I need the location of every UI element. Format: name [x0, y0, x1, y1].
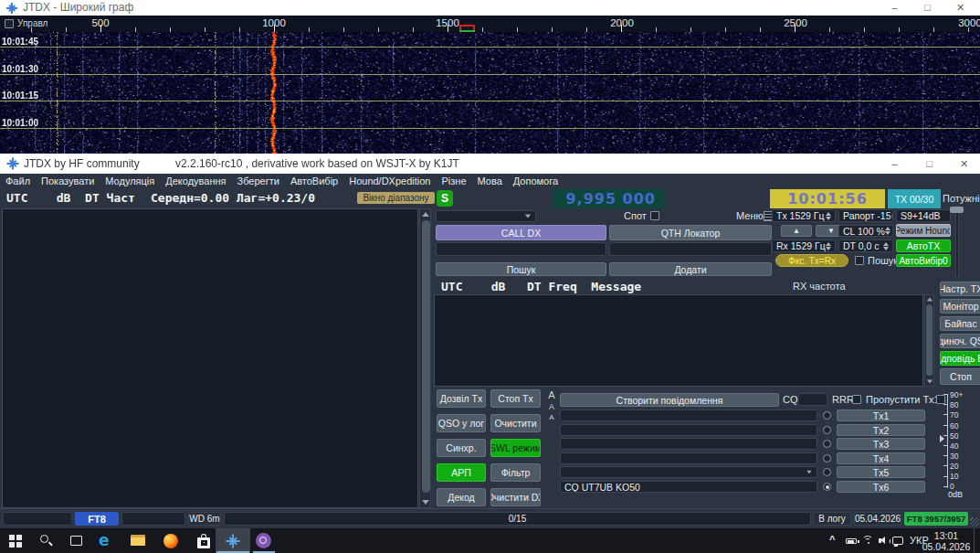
- menu-autoselect[interactable]: АвтоВибір: [285, 174, 343, 188]
- scroll-down-icon[interactable]: [927, 380, 933, 384]
- erase-dx-button[interactable]: Очистити DX: [490, 488, 541, 506]
- report-spinner[interactable]: Рапорт -15: [838, 209, 893, 222]
- scroll-up-icon[interactable]: [927, 298, 933, 302]
- log-qso-button[interactable]: QSO у лог: [437, 414, 486, 432]
- scroll-down-icon[interactable]: [422, 500, 429, 505]
- menu-save[interactable]: Зберегти: [232, 174, 285, 188]
- power-slider-track[interactable]: [955, 205, 959, 278]
- tx-message-4-radio[interactable]: [823, 454, 831, 463]
- call-dx-button[interactable]: CALL DX: [436, 225, 606, 240]
- agc-button[interactable]: АРП: [437, 463, 486, 482]
- font-reset-icon[interactable]: А: [545, 413, 558, 421]
- spot-checkbox[interactable]: [650, 211, 659, 220]
- start-button[interactable]: [9, 535, 22, 548]
- viber-taskbar-button[interactable]: [256, 533, 272, 549]
- minimize-icon[interactable]: –: [880, 0, 910, 16]
- menu-decoding[interactable]: Декодування: [160, 174, 231, 188]
- auto-select-button[interactable]: АвтоВибір0: [896, 254, 951, 267]
- tx-message-5-radio[interactable]: [823, 468, 831, 476]
- rx-pane-scrollbar[interactable]: [924, 294, 934, 387]
- font-bigger-icon[interactable]: А: [545, 390, 558, 400]
- erase-button[interactable]: Очистити: [490, 414, 541, 432]
- monitor-button[interactable]: Монітор: [940, 299, 980, 314]
- tx-message-1-input[interactable]: [560, 409, 817, 421]
- enable-tx-button[interactable]: Дозвіл Tx: [437, 389, 486, 408]
- decode-button[interactable]: Декод: [437, 488, 486, 506]
- search-icon[interactable]: [40, 535, 53, 548]
- tx3-button[interactable]: Tx 3: [837, 438, 925, 450]
- font-smaller-icon[interactable]: А: [545, 402, 558, 411]
- resize-grip[interactable]: [970, 517, 979, 526]
- wifi-icon[interactable]: [862, 536, 874, 545]
- maximize-icon[interactable]: □: [912, 0, 943, 16]
- tx2-button[interactable]: Tx 2: [837, 424, 925, 436]
- stop-button[interactable]: Стоп: [940, 368, 980, 385]
- swl-mode-button[interactable]: SWL режим: [490, 439, 541, 457]
- halt-tx-button[interactable]: Стоп Tx: [490, 389, 541, 408]
- show-desktop-button[interactable]: [974, 528, 975, 553]
- band-activity-pane[interactable]: [2, 208, 418, 508]
- hound-mode-button[interactable]: Режим Hound: [896, 224, 951, 237]
- minimize-icon[interactable]: –: [880, 154, 910, 174]
- rx-frequency-pane[interactable]: [434, 294, 923, 387]
- firefox-icon[interactable]: [163, 534, 178, 548]
- cl-spinner[interactable]: CL 100 %: [838, 225, 893, 237]
- menu-language[interactable]: Мова: [472, 174, 508, 188]
- bypass-button[interactable]: Байпас: [940, 316, 980, 331]
- band-window-button[interactable]: Вікно діапазону: [357, 192, 435, 204]
- scroll-up-icon[interactable]: [422, 212, 429, 217]
- tray-chevron-icon[interactable]: ^: [829, 534, 835, 545]
- fix-tx-rx-button[interactable]: Фкс. Tx=Rx: [775, 254, 848, 267]
- callsign-combobox[interactable]: [436, 210, 536, 222]
- auto-tx-button[interactable]: АвтоTX: [896, 239, 951, 252]
- task-view-icon[interactable]: [70, 536, 82, 546]
- tx-message-2-radio[interactable]: [823, 426, 831, 434]
- waterfall-canvas[interactable]: [0, 32, 980, 154]
- tx-message-5-combobox[interactable]: [560, 466, 817, 478]
- tx-message-1-radio[interactable]: [823, 411, 831, 420]
- rx-frequency-spinner[interactable]: Rx 1529 Гц: [772, 239, 836, 252]
- dx-grid-input[interactable]: [609, 242, 772, 256]
- menu-help[interactable]: Допомога: [508, 174, 564, 188]
- maximize-icon[interactable]: □: [914, 154, 944, 174]
- s-meter-button[interactable]: S: [437, 190, 453, 207]
- tx6-button[interactable]: Tx 6: [837, 481, 925, 493]
- freq-up-button[interactable]: ▲: [781, 225, 812, 237]
- power-slider-handle[interactable]: [950, 207, 964, 213]
- main-titlebar[interactable]: JTDX by HF community v2.2.160-rc10 , der…: [0, 154, 980, 174]
- scrollbar-thumb[interactable]: [422, 220, 430, 493]
- sync-button[interactable]: Синхр.: [437, 439, 486, 457]
- qth-locator-button[interactable]: QTH Локатор: [609, 225, 772, 240]
- waterfall[interactable]: 10:01:45 10:01:30 10:01:15 10:01:00: [0, 32, 980, 154]
- menu-file[interactable]: Файл: [0, 174, 36, 188]
- edge-icon[interactable]: e: [99, 531, 110, 549]
- tx-message-2-input[interactable]: [560, 424, 817, 436]
- tx-message-3-radio[interactable]: [823, 440, 831, 448]
- file-explorer-icon[interactable]: [131, 535, 145, 547]
- tx1-button[interactable]: Tx 1: [837, 409, 925, 421]
- tx5-button[interactable]: Tx 5: [837, 466, 925, 478]
- rrr-checkbox[interactable]: [852, 395, 861, 404]
- tx-message-6-input[interactable]: [560, 481, 817, 493]
- close-icon[interactable]: ✕: [945, 0, 975, 16]
- clock[interactable]: 13:01 05.04.2026: [921, 529, 972, 552]
- tx-message-3-input[interactable]: [560, 438, 817, 450]
- dt-spinner[interactable]: DT 0,0 с: [838, 239, 893, 252]
- lookup-button[interactable]: Пошук: [436, 262, 606, 276]
- tx-frequency-spinner[interactable]: Tx 1529 Гц: [772, 209, 836, 222]
- notification-icon[interactable]: [892, 537, 903, 545]
- menu-modulation[interactable]: Модуляція: [100, 174, 160, 188]
- menu-hound-dxpedition[interactable]: Hound/DXpedition: [343, 174, 436, 188]
- single-qso-button[interactable]: Одиноч. QSO: [940, 334, 980, 348]
- tx-message-6-radio[interactable]: [823, 483, 831, 491]
- add-button[interactable]: Додати: [609, 262, 772, 276]
- cq-modifier-input[interactable]: [798, 393, 827, 406]
- filter-button[interactable]: Фільтр: [490, 463, 541, 482]
- dx-call-input[interactable]: [436, 242, 606, 256]
- answer-b4-button[interactable]: Відповідь В4: [940, 351, 980, 366]
- microsoft-store-icon[interactable]: [197, 534, 210, 548]
- menu-misc[interactable]: Різне: [437, 174, 472, 188]
- battery-icon[interactable]: [846, 538, 857, 544]
- scrollbar-thumb[interactable]: [926, 304, 933, 376]
- wide-graph-titlebar[interactable]: JTDX - Широкий граф – □ ✕: [0, 0, 980, 16]
